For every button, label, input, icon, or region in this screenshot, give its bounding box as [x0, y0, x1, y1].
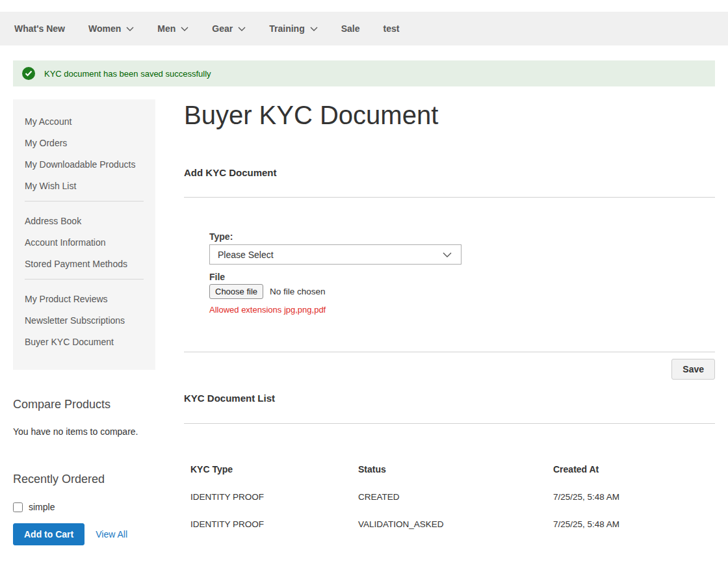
nav-item-label: Gear: [212, 23, 233, 34]
kyc-type-select[interactable]: Please Select: [209, 244, 462, 265]
sidebar-item-my-orders[interactable]: My Orders: [25, 138, 67, 148]
compare-products-empty-text: You have no items to compare.: [13, 426, 155, 437]
sidebar-item-newsletter-subscriptions[interactable]: Newsletter Subscriptions: [25, 315, 125, 326]
nav-item-label: test: [384, 23, 400, 34]
recently-ordered-heading: Recently Ordered: [13, 472, 155, 486]
column-header-status: Status: [358, 465, 553, 474]
chevron-down-icon: [126, 27, 134, 31]
file-field-label: File: [209, 272, 715, 281]
nav-item-gear[interactable]: Gear: [212, 23, 246, 34]
nav-item-women[interactable]: Women: [88, 23, 134, 34]
chevron-down-icon: [443, 252, 452, 257]
content-area: My Account My Orders My Downloadable Pro…: [13, 99, 715, 572]
check-circle-icon: [22, 67, 35, 80]
sidebar-item-address-book[interactable]: Address Book: [25, 216, 81, 226]
choose-file-button[interactable]: Choose file: [209, 284, 263, 299]
account-nav-list: My Account My Orders My Downloadable Pro…: [25, 115, 144, 192]
sidebar-item: My Account: [25, 115, 144, 128]
sidebar-item-my-account[interactable]: My Account: [25, 116, 72, 127]
file-input: Choose file No file chosen: [209, 284, 715, 299]
sidebar-item-buyer-kyc-document[interactable]: Buyer KYC Document: [25, 337, 114, 347]
sidebar-item: My Wish List: [25, 179, 144, 192]
table-cell-created-at: 7/25/25, 5:48 AM: [553, 519, 715, 529]
add-kyc-document-heading: Add KYC Document: [184, 168, 715, 177]
chevron-down-icon: [238, 27, 246, 31]
sidebar-item: Address Book: [25, 214, 144, 228]
type-field-label: Type:: [209, 232, 715, 241]
section-divider: [184, 352, 715, 352]
nav-item-training[interactable]: Training: [269, 23, 317, 34]
section-divider: [184, 197, 715, 198]
sidebar-divider: [25, 279, 144, 280]
account-nav-list: Address Book Account Information Stored …: [25, 214, 144, 270]
save-button[interactable]: Save: [671, 359, 715, 380]
allowed-extensions-note: Allowed extensions jpg,png,pdf: [209, 306, 715, 314]
page: What's New Women Men Gear Training: [0, 0, 728, 572]
nav-item-label: Sale: [341, 23, 360, 34]
recently-ordered-actions: Add to Cart View All: [13, 523, 155, 545]
table-cell-status: CREATED: [358, 492, 553, 502]
nav-item-label: Women: [88, 23, 121, 34]
nav-item-label: Men: [157, 23, 176, 34]
sidebar-item: Stored Payment Methods: [25, 257, 144, 270]
top-white-strip: [0, 0, 728, 12]
kyc-document-table: KYC Type Status Created At IDENTITY PROO…: [190, 465, 715, 529]
account-nav-list: My Product Reviews Newsletter Subscripti…: [25, 292, 144, 348]
nav-item-label: What's New: [14, 23, 65, 34]
main-column: Buyer KYC Document Add KYC Document Type…: [184, 99, 715, 572]
kyc-type-selected-value: Please Select: [218, 250, 274, 260]
sidebar-item: My Downloadable Products: [25, 158, 144, 171]
sidebar-item-account-information[interactable]: Account Information: [25, 237, 106, 248]
chevron-down-icon: [181, 27, 188, 31]
sidebar-item-stored-payment-methods[interactable]: Stored Payment Methods: [25, 259, 127, 269]
sidebar-item: Newsletter Subscriptions: [25, 314, 144, 327]
nav-item-test[interactable]: test: [384, 23, 400, 34]
table-cell-kyc-type: IDENTITY PROOF: [190, 492, 358, 502]
success-message-banner: KYC document has been saved successfully: [13, 60, 715, 86]
chevron-down-icon: [310, 27, 318, 31]
sidebar-item: My Orders: [25, 136, 144, 150]
table-cell-status: VALIDATION_ASKED: [358, 519, 553, 529]
sidebar-item-my-product-reviews[interactable]: My Product Reviews: [25, 294, 108, 304]
compare-products-heading: Compare Products: [13, 397, 155, 411]
table-cell-created-at: 7/25/25, 5:48 AM: [553, 492, 715, 502]
sidebar-item: Account Information: [25, 236, 144, 249]
main-navigation: What's New Women Men Gear Training: [0, 12, 728, 46]
recently-ordered-item-label: simple: [29, 502, 55, 512]
kyc-document-list-heading: KYC Document List: [184, 393, 715, 403]
success-message-text: KYC document has been saved successfully: [44, 69, 211, 79]
sidebar-item: Buyer KYC Document: [25, 335, 144, 348]
column-header-kyc-type: KYC Type: [190, 465, 358, 474]
view-all-link[interactable]: View All: [96, 529, 127, 540]
column-header-created-at: Created At: [553, 465, 715, 474]
kyc-form-fields: Type: Please Select File Choose file No …: [209, 232, 715, 314]
sidebar-item: My Product Reviews: [25, 292, 144, 306]
no-file-chosen-text: No file chosen: [270, 287, 326, 296]
nav-item-sale[interactable]: Sale: [341, 23, 360, 34]
recently-ordered-item: simple: [13, 502, 155, 512]
sidebar-item-my-downloadable-products[interactable]: My Downloadable Products: [25, 159, 135, 170]
table-cell-kyc-type: IDENTITY PROOF: [190, 519, 358, 529]
nav-item-men[interactable]: Men: [157, 23, 188, 34]
add-to-cart-button[interactable]: Add to Cart: [13, 523, 84, 545]
account-nav-sidebar: My Account My Orders My Downloadable Pro…: [13, 99, 155, 370]
left-column: My Account My Orders My Downloadable Pro…: [13, 99, 155, 572]
recently-ordered-checkbox[interactable]: [13, 502, 23, 512]
nav-item-label: Training: [269, 23, 304, 34]
page-title: Buyer KYC Document: [184, 101, 715, 129]
nav-item-whats-new[interactable]: What's New: [14, 23, 65, 34]
form-actions: Save: [184, 359, 715, 380]
sidebar-item-my-wish-list[interactable]: My Wish List: [25, 181, 76, 191]
sidebar-divider: [25, 201, 144, 202]
section-divider: [184, 423, 715, 424]
